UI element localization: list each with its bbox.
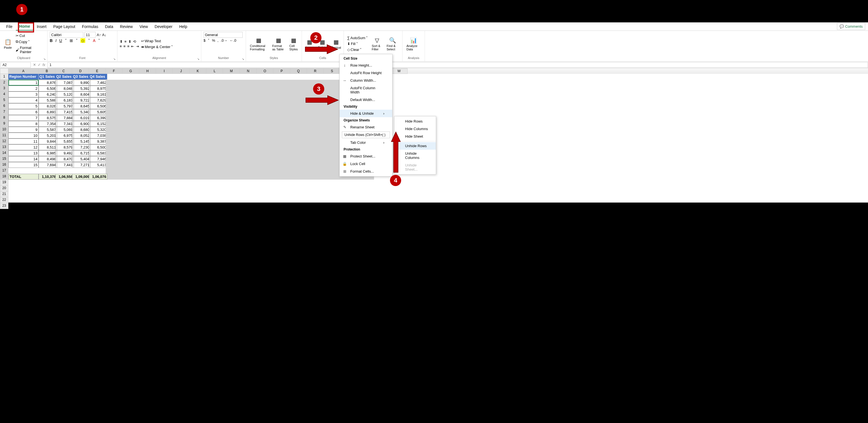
cell-N14[interactable]: [240, 150, 257, 156]
column-header-A[interactable]: A: [8, 68, 38, 74]
cell-O10[interactable]: [257, 127, 273, 133]
cell-G5[interactable]: [122, 97, 139, 103]
cell-F3[interactable]: [106, 86, 122, 91]
cell-Q9[interactable]: [290, 121, 307, 127]
cell-S17[interactable]: [324, 168, 340, 174]
cell-B4[interactable]: 6,240: [38, 91, 57, 97]
cell-N18[interactable]: [240, 174, 257, 179]
column-header-F[interactable]: F: [106, 68, 122, 74]
conditional-formatting-button[interactable]: ▦Conditional Formatting: [248, 36, 270, 52]
cell-J4[interactable]: [173, 91, 189, 97]
cell-M9[interactable]: [223, 121, 240, 127]
column-width-item[interactable]: ↔Column Width...: [340, 77, 392, 84]
cell-J17[interactable]: [173, 168, 189, 174]
sort-filter-button[interactable]: ▽Sort & Filter: [370, 36, 384, 52]
cell-O5[interactable]: [257, 97, 273, 103]
cell-H3[interactable]: [139, 86, 156, 91]
column-header-M[interactable]: M: [223, 68, 240, 74]
cell-M15[interactable]: [223, 156, 240, 162]
align-left-icon[interactable]: ≡: [120, 44, 122, 48]
enter-formula-icon[interactable]: ✓: [38, 63, 41, 67]
clipboard-dialog-launcher[interactable]: ↘: [43, 57, 47, 61]
cell-L17[interactable]: [206, 168, 223, 174]
cell-K13[interactable]: [189, 144, 206, 150]
cell-Q8[interactable]: [290, 115, 307, 121]
cell-F13[interactable]: [106, 144, 122, 150]
cell-D4[interactable]: 8,604: [72, 91, 91, 97]
cell-C9[interactable]: 7,341: [55, 121, 74, 127]
column-header-G[interactable]: G: [122, 68, 139, 74]
cell-L15[interactable]: [206, 156, 223, 162]
cell-J10[interactable]: [173, 127, 189, 133]
cell-K14[interactable]: [189, 150, 206, 156]
cell-C15[interactable]: 8,470: [55, 156, 74, 162]
cell-G11[interactable]: [122, 133, 139, 139]
cell-M17[interactable]: [223, 168, 240, 174]
cell-A6[interactable]: 5: [8, 103, 38, 109]
tab-file[interactable]: File: [3, 23, 16, 30]
cell-B1[interactable]: Q1 Sales: [38, 74, 57, 80]
cell-D13[interactable]: 7,230: [72, 144, 91, 150]
cell-R7[interactable]: [307, 109, 324, 115]
tab-page-layout[interactable]: Page Layout: [50, 23, 79, 30]
cell-D8[interactable]: 6,019: [72, 115, 91, 121]
row-header-20[interactable]: 20: [0, 186, 8, 191]
cell-J12[interactable]: [173, 139, 189, 144]
tab-help[interactable]: Help: [176, 23, 191, 30]
cell-B16[interactable]: 7,694: [38, 162, 57, 168]
cell-G17[interactable]: [122, 168, 139, 174]
cell-D14[interactable]: 6,715: [72, 150, 91, 156]
cell-C13[interactable]: 8,579: [55, 144, 74, 150]
row-header-12[interactable]: 12: [0, 139, 8, 144]
cell-E13[interactable]: 6,500: [89, 144, 107, 150]
cell-I4[interactable]: [156, 91, 173, 97]
cell-Q2[interactable]: [290, 80, 307, 86]
cell-S13[interactable]: [324, 144, 340, 150]
cell-D1[interactable]: Q3 Sales: [72, 74, 91, 80]
cell-O8[interactable]: [257, 115, 273, 121]
cell-M2[interactable]: [223, 80, 240, 86]
cell-M3[interactable]: [223, 86, 240, 91]
cell-L5[interactable]: [206, 97, 223, 103]
cell-I11[interactable]: [156, 133, 173, 139]
cell-A15[interactable]: 14: [8, 156, 38, 162]
cell-H5[interactable]: [139, 97, 156, 103]
cell-E16[interactable]: 5,413: [89, 162, 107, 168]
cell-E1[interactable]: Q4 Sales: [89, 74, 107, 80]
merge-center-button[interactable]: ⬌Merge & Center ˅: [140, 44, 174, 50]
cell-Q6[interactable]: [290, 103, 307, 109]
column-header-L[interactable]: L: [206, 68, 223, 74]
row-header-11[interactable]: 11: [0, 133, 8, 139]
cell-B13[interactable]: 8,511: [38, 144, 57, 150]
cell-H13[interactable]: [139, 144, 156, 150]
align-middle-icon[interactable]: ≡: [124, 39, 127, 44]
cell-E18[interactable]: 1,06,076: [89, 174, 107, 179]
cell-F8[interactable]: [106, 115, 122, 121]
cell-N10[interactable]: [240, 127, 257, 133]
hide-rows-item[interactable]: Hide Rows: [395, 117, 436, 125]
cell-L9[interactable]: [206, 121, 223, 127]
cell-F2[interactable]: [106, 80, 122, 86]
row-height-item[interactable]: ↕Row Height...: [340, 61, 392, 69]
cell-I18[interactable]: [156, 174, 173, 179]
row-header-10[interactable]: 10: [0, 127, 8, 133]
cell-N7[interactable]: [240, 109, 257, 115]
cell-R10[interactable]: [307, 127, 324, 133]
row-header-8[interactable]: 8: [0, 115, 8, 121]
cell-N12[interactable]: [240, 139, 257, 144]
cell-P7[interactable]: [273, 109, 290, 115]
cell-N16[interactable]: [240, 162, 257, 168]
cell-R13[interactable]: [307, 144, 324, 150]
cell-K18[interactable]: [189, 174, 206, 179]
cell-N9[interactable]: [240, 121, 257, 127]
cell-B15[interactable]: 8,498: [38, 156, 57, 162]
cell-styles-button[interactable]: ▦Cell Styles: [288, 36, 300, 52]
increase-indent-icon[interactable]: ⇥: [136, 44, 139, 48]
number-dialog-launcher[interactable]: ↘: [242, 57, 245, 61]
column-header-N[interactable]: N: [240, 68, 257, 74]
cell-M13[interactable]: [223, 144, 240, 150]
column-header-J[interactable]: J: [173, 68, 189, 74]
cell-L11[interactable]: [206, 133, 223, 139]
clear-button[interactable]: ◇Clear ˅: [346, 47, 369, 52]
cell-G3[interactable]: [122, 86, 139, 91]
